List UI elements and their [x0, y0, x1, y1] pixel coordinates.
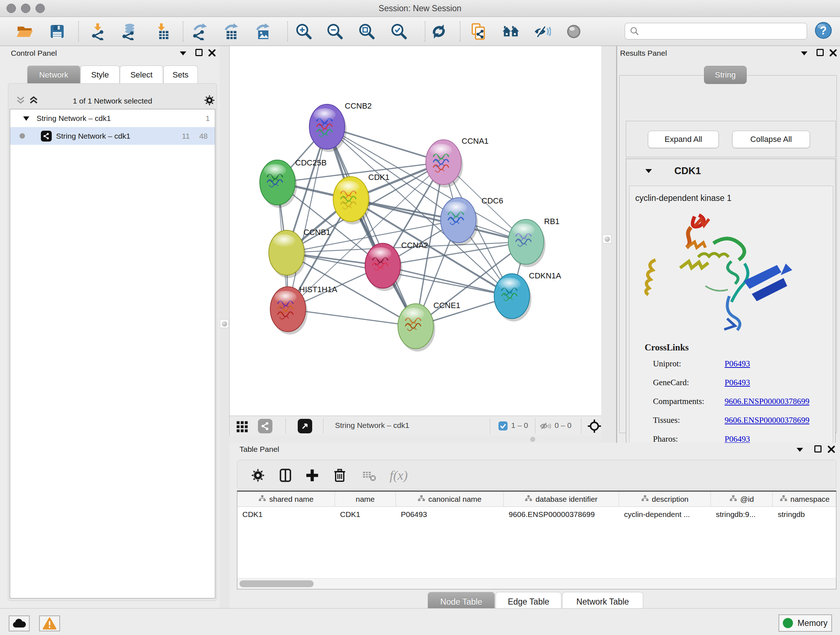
column-header-description[interactable]: description	[619, 492, 711, 507]
splitter-handle[interactable]	[603, 234, 611, 243]
results-panel-close-icon[interactable]	[829, 49, 837, 58]
add-column-plus-icon[interactable]	[303, 466, 321, 485]
network-node-CCNE1[interactable]: CCNE1	[398, 301, 461, 352]
function-builder-icon[interactable]: f(x)	[385, 466, 412, 485]
control-panel-float-icon[interactable]	[180, 51, 186, 55]
hide-panel-icon[interactable]	[533, 22, 552, 41]
network-node-HIST1H1A[interactable]: HIST1H1A	[270, 285, 337, 334]
refresh-icon[interactable]	[429, 22, 448, 41]
footer-separator	[286, 418, 286, 434]
svg-text:?: ?	[820, 24, 827, 37]
zoom-in-icon[interactable]	[294, 22, 313, 41]
tab-sets[interactable]: Sets	[163, 65, 198, 84]
results-panel-float-icon[interactable]	[801, 51, 807, 55]
import-table-from-file-icon[interactable]	[152, 22, 171, 41]
import-network-from-database-icon[interactable]	[118, 22, 137, 41]
expander-triangle-icon[interactable]	[23, 114, 29, 123]
tab-select[interactable]: Select	[120, 65, 163, 84]
network-node-RB1[interactable]: RB1	[508, 217, 560, 267]
splitter-grip-dot[interactable]	[531, 437, 535, 442]
results-panel-maximize-icon[interactable]	[816, 49, 824, 56]
clone-network-icon[interactable]	[469, 22, 488, 41]
warnings-button[interactable]	[39, 616, 60, 631]
node-table: shared namenamecanonical namedatabase id…	[237, 491, 836, 589]
export-network-icon[interactable]	[190, 22, 209, 41]
table-cell[interactable]: CDK1	[335, 510, 396, 519]
control-panel-close-icon[interactable]	[208, 49, 216, 58]
open-session-icon[interactable]	[15, 22, 34, 41]
birds-eye-view-icon[interactable]	[298, 419, 312, 433]
table-horizontal-scrollbar[interactable]	[237, 578, 836, 589]
column-header-canonical-name[interactable]: canonical name	[396, 492, 504, 507]
network-canvas[interactable]: CCNB2CCNA1CDC25BCDK1CDC6RB1CCNB1CCNA2CDK…	[229, 46, 601, 416]
gene-collapse-icon[interactable]	[645, 169, 652, 173]
crosslink-link[interactable]: P06493	[725, 378, 750, 387]
delete-column-trash-icon[interactable]	[331, 466, 349, 485]
import-network-from-file-icon[interactable]	[88, 22, 107, 41]
table-panel-maximize-icon[interactable]	[814, 445, 821, 453]
table-cell[interactable]: stringdb:9...	[711, 510, 773, 519]
horizontal-splitter[interactable]	[229, 435, 601, 443]
crosslink-link[interactable]: P06493	[725, 359, 750, 369]
tab-string[interactable]: String	[704, 66, 747, 84]
network-node-CCNA1[interactable]: CCNA1	[426, 136, 489, 187]
column-header-namespace[interactable]: namespace	[773, 492, 836, 507]
save-session-icon[interactable]	[48, 22, 66, 41]
memory-button[interactable]: Memory	[778, 614, 832, 632]
network-type-icon	[41, 131, 52, 141]
export-image-icon[interactable]	[253, 22, 271, 41]
crosshair-icon[interactable]	[587, 419, 602, 435]
scrollbar-thumb[interactable]	[240, 580, 314, 587]
network-node-CCNB1[interactable]: CCNB1	[269, 228, 331, 278]
column-header-database-identifier[interactable]: database identifier	[504, 492, 619, 507]
table-toolbar: f(x)	[237, 460, 836, 489]
network-edge-CCNB2-HIST1H1A[interactable]	[288, 127, 327, 309]
inactive-eye-icon[interactable]	[564, 22, 583, 41]
network-node-CCNB2[interactable]: CCNB2	[309, 101, 372, 152]
network-edge-CCNB2-CCNE1[interactable]	[327, 127, 416, 326]
zoom-out-icon[interactable]	[325, 22, 344, 41]
show-column-icon[interactable]	[276, 466, 294, 485]
options-gear-icon[interactable]	[204, 95, 215, 108]
network-node-CCNA2[interactable]: CCNA2	[365, 241, 428, 291]
network-node-CDKN1A[interactable]: CDKN1A	[494, 271, 561, 321]
cloud-button[interactable]	[9, 616, 30, 631]
network-collection-row[interactable]: String Network – cdk1 1	[10, 109, 215, 127]
table-cell[interactable]: stringdb	[773, 510, 836, 519]
grid-view-icon[interactable]	[236, 420, 249, 434]
network-node-CDC6[interactable]: CDC6	[441, 196, 503, 245]
expand-all-button[interactable]: Expand All	[648, 131, 719, 148]
table-settings-gear-icon[interactable]	[249, 466, 267, 485]
table-row[interactable]: CDK1CDK1P064939606.ENSP00000378699cyclin…	[237, 507, 836, 522]
tab-style[interactable]: Style	[80, 65, 120, 84]
table-panel-float-icon[interactable]	[797, 448, 803, 452]
table-cell[interactable]: cyclin-dependent ...	[619, 510, 711, 519]
column-header-shared-name[interactable]: shared name	[237, 492, 335, 507]
collapse-all-button[interactable]: Collapse All	[732, 131, 810, 148]
crosslink-label: Compartments:	[653, 397, 725, 406]
table-cell[interactable]: CDK1	[237, 510, 335, 519]
selected-checkbox-icon[interactable]	[499, 421, 508, 432]
network-badge-icon[interactable]	[258, 419, 272, 433]
hidden-eye-slash-icon[interactable]	[539, 420, 551, 433]
zoom-selected-icon[interactable]	[390, 22, 409, 41]
crosslink-link[interactable]: 9606.ENSP00000378699	[725, 397, 810, 406]
control-panel-maximize-icon[interactable]	[195, 49, 202, 56]
crosslink-link[interactable]: 9606.ENSP00000378699	[725, 416, 810, 425]
table-cell[interactable]: P06493	[396, 510, 504, 519]
table-cell[interactable]: 9606.ENSP00000378699	[504, 510, 619, 519]
zoom-fit-icon[interactable]	[357, 22, 376, 41]
search-input[interactable]	[639, 24, 807, 38]
help-icon[interactable]: ?	[814, 21, 833, 40]
splitter-handle[interactable]	[220, 319, 229, 328]
network-row[interactable]: String Network – cdk1 11 48	[10, 127, 215, 145]
tab-network[interactable]: Network	[27, 65, 80, 84]
column-header--id[interactable]: @id	[711, 492, 773, 507]
export-table-icon[interactable]	[221, 22, 240, 41]
string-results-container: Expand All Collapse All CDK1 cyclin-depe…	[619, 75, 837, 433]
column-header-name[interactable]: name	[335, 492, 396, 507]
vertical-splitter[interactable]	[601, 46, 617, 443]
table-panel-close-icon[interactable]	[827, 445, 835, 455]
delete-table-icon[interactable]	[360, 466, 378, 485]
string-home-icon[interactable]	[501, 22, 520, 41]
